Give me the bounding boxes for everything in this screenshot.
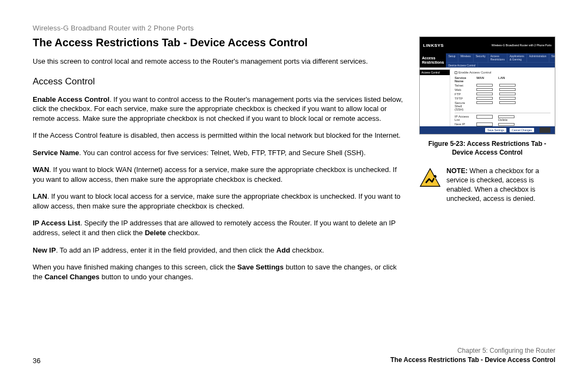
para-enable: Enable Access Control. If you want to co…	[33, 95, 406, 124]
page-number: 36	[33, 357, 40, 365]
main-column: The Access Restrictions Tab - Device Acc…	[33, 36, 406, 289]
label-ip-list: IP Access List	[33, 219, 80, 227]
warning-icon	[419, 168, 441, 187]
note-text: NOTE: When a checkbox for a service is c…	[446, 167, 555, 204]
label-delete: Delete	[145, 229, 166, 237]
label-lan: LAN	[33, 192, 47, 200]
label-cancel-changes: Cancel Changes	[45, 273, 100, 281]
shot-ip-select	[476, 115, 493, 119]
label-add: Add	[277, 246, 290, 254]
footer-section: The Access Restrictions Tab - Device Acc…	[390, 356, 555, 365]
label-save-settings: Save Settings	[237, 263, 284, 271]
para-save: When you have finished making changes to…	[33, 262, 406, 281]
shot-tabs-row: Setup Wireless Security Access Restricti…	[446, 53, 555, 63]
shot-cancel-button: Cancel Changes	[510, 128, 534, 132]
figure-screenshot: LINKSYS Wireless-G Broadband Router with…	[419, 36, 555, 134]
note-label: NOTE:	[446, 167, 468, 175]
label-wan: WAN	[33, 166, 49, 174]
svg-marker-0	[420, 169, 440, 186]
shot-enable-checkbox	[455, 71, 457, 74]
shot-new-ip-input	[476, 122, 493, 126]
section-heading: Access Control	[33, 76, 406, 87]
shot-tab-main: Access Restrictions	[420, 53, 446, 68]
para-new-ip: New IP. To add an IP address, enter it i…	[33, 246, 406, 255]
para-wan: WAN. If you want to block WAN (Internet)…	[33, 165, 406, 184]
label-service-name: Service Name	[33, 149, 79, 157]
figure-caption: Figure 5-23: Access Restrictions Tab - D…	[419, 140, 555, 157]
side-column: LINKSYS Wireless-G Broadband Router with…	[419, 36, 555, 289]
para-lan: LAN. If you want to block local access f…	[33, 192, 406, 211]
product-header: Wireless-G Broadband Router with 2 Phone…	[33, 24, 555, 32]
para-disabled-note: If the Access Control feature is disable…	[33, 131, 406, 140]
shot-save-button: Save Settings	[485, 128, 506, 132]
shot-topright: Wireless-G Broadband Router with 2 Phone…	[492, 44, 552, 47]
shot-left-header: Access Control	[420, 70, 450, 75]
label-new-ip: New IP	[33, 246, 56, 254]
para-service-name: Service Name. You can control access for…	[33, 148, 406, 158]
intro-text: Use this screen to control local and rem…	[33, 57, 406, 66]
footer-chapter: Chapter 5: Configuring the Router	[390, 346, 555, 356]
shot-cisco-logo	[540, 127, 550, 133]
page-title: The Access Restrictions Tab - Device Acc…	[33, 36, 406, 49]
label-enable: Enable Access Control	[33, 95, 109, 103]
shot-logo: LINKSYS	[423, 43, 444, 48]
para-ip-list: IP Access List. Specify the IP addresses…	[33, 218, 406, 237]
